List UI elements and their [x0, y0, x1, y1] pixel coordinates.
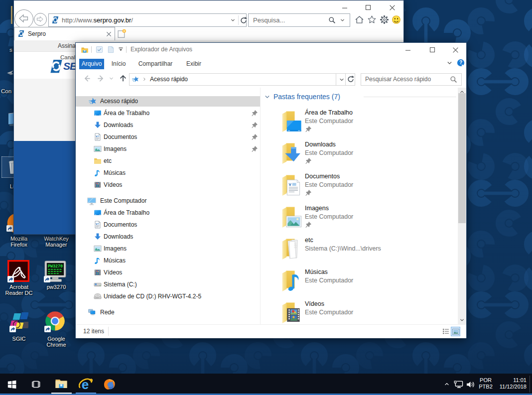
- scrollbar-thumb[interactable]: [458, 93, 466, 223]
- nav-item-quick-access[interactable]: Acesso rápido: [76, 96, 260, 107]
- view-thumbnails-button[interactable]: [451, 327, 460, 336]
- tab-favicon: [17, 30, 25, 37]
- folder-subtitle: Sistema (C:)\Wind...\drivers: [305, 245, 381, 252]
- ribbon-tab-view[interactable]: Exibir: [183, 59, 205, 69]
- folder-item-videos[interactable]: Vídeos Este Computador: [264, 299, 458, 324]
- breadcrumb-chevron-icon[interactable]: [142, 77, 147, 82]
- nav-item-label: Músicas: [104, 168, 126, 178]
- nav-item-label: Downloads: [104, 120, 133, 131]
- explorer-close-button[interactable]: [452, 47, 459, 53]
- nav-item-downloads[interactable]: Downloads: [76, 120, 260, 131]
- explorer-maximize-button[interactable]: [429, 47, 435, 53]
- ribbon-tab-file[interactable]: Arquivo: [79, 59, 104, 69]
- nav-item-etc[interactable]: etc: [76, 156, 260, 166]
- folder-item-downloads[interactable]: Downloads Este Computador: [264, 139, 458, 171]
- settings-gear-icon[interactable]: [380, 15, 389, 24]
- pin-icon: [251, 133, 258, 140]
- tray-expand-icon[interactable]: [443, 381, 450, 387]
- file-explorer-icon: [55, 378, 68, 389]
- search-icon[interactable]: [328, 16, 336, 24]
- nav-item-pc-videos[interactable]: Vídeos: [76, 267, 260, 278]
- address-refresh-icon[interactable]: [347, 76, 354, 83]
- explorer-address-bar[interactable]: Acesso rápido: [129, 73, 355, 86]
- home-icon[interactable]: [355, 15, 364, 24]
- tab-close-icon[interactable]: [106, 31, 112, 37]
- help-icon[interactable]: [457, 59, 465, 67]
- nav-item-network[interactable]: Rede: [76, 307, 260, 318]
- desktop-icon-unknown2[interactable]: [7, 70, 14, 75]
- ie-refresh-icon[interactable]: [240, 17, 247, 24]
- nav-item-pc-documents[interactable]: Documentos: [76, 220, 260, 230]
- nav-item-pc-pictures[interactable]: Imagens: [76, 244, 260, 254]
- ie-close-button[interactable]: [389, 4, 396, 11]
- folder-item-documents[interactable]: Documentos Este Computador: [264, 171, 458, 203]
- folder-pictures-icon: [281, 205, 302, 230]
- ie-minimize-button[interactable]: [342, 5, 348, 11]
- desktop-icon-unknown3[interactable]: [8, 113, 13, 125]
- ribbon-tab-share[interactable]: Compartilhar: [135, 59, 175, 69]
- ie-address-bar[interactable]: http://www.serpro.gov.br/: [48, 13, 247, 27]
- qat-properties-icon[interactable]: [96, 46, 103, 53]
- folder-item-etc[interactable]: etc Sistema (C:)\Wind...\drivers: [264, 235, 458, 267]
- videos-icon: [94, 181, 102, 189]
- address-dropdown-icon[interactable]: [339, 77, 345, 83]
- nav-item-pc-cd-drive[interactable]: Unidade de CD (D:) RHV-WGT-4.2-5: [76, 291, 260, 302]
- start-button[interactable]: [2, 374, 24, 394]
- desktop-icon-label: MozillaFirefox: [0, 236, 38, 248]
- qat-customize-icon[interactable]: [118, 46, 124, 52]
- nav-item-pc-desktop[interactable]: Área de Trabalho: [76, 208, 260, 218]
- nav-up-icon[interactable]: [119, 74, 128, 83]
- ribbon-tab-home[interactable]: Início: [109, 59, 129, 69]
- nav-forward-icon[interactable]: [96, 73, 106, 84]
- nav-item-music[interactable]: Músicas: [76, 168, 260, 178]
- new-tab-button[interactable]: [117, 29, 127, 38]
- volume-tray-icon[interactable]: [466, 381, 476, 389]
- label-line: Reader DC: [0, 290, 38, 296]
- taskbar-firefox-button[interactable]: [98, 374, 120, 394]
- ie-search-box[interactable]: Pesquisa...: [248, 13, 350, 27]
- qat-newfolder-icon[interactable]: [107, 46, 115, 53]
- language-indicator[interactable]: POR PTB2: [477, 377, 494, 390]
- folder-item-music[interactable]: Músicas Este Computador: [264, 267, 458, 299]
- nav-item-desktop[interactable]: Área de Trabalho: [76, 108, 260, 119]
- taskbar-internet-explorer-button[interactable]: [74, 374, 96, 394]
- nav-recent-dropdown-icon[interactable]: [109, 76, 114, 81]
- ie-address-dropdown-icon[interactable]: [230, 17, 236, 23]
- nav-item-label: Músicas: [104, 256, 126, 266]
- nav-item-pc-system-c[interactable]: Sistema (C:): [76, 279, 260, 290]
- ie-tab-serpro[interactable]: Serpro: [14, 27, 115, 41]
- clock[interactable]: 11:01 11/12/2018: [496, 377, 527, 390]
- taskbar-file-explorer-button[interactable]: [49, 374, 71, 394]
- nav-item-videos[interactable]: Vídeos: [76, 180, 260, 190]
- vertical-scrollbar[interactable]: [458, 88, 466, 324]
- shortcut-arrow-icon: [44, 276, 50, 282]
- nav-item-label: Este Computador: [100, 196, 146, 206]
- nav-item-pictures[interactable]: Imagens: [76, 144, 260, 154]
- explorer-minimize-button[interactable]: [405, 47, 411, 53]
- task-view-button[interactable]: [25, 374, 47, 394]
- webpage-menu-item[interactable]: Assinat: [58, 42, 77, 49]
- nav-item-pc-downloads[interactable]: Downloads: [76, 232, 260, 242]
- nav-back-icon[interactable]: [82, 73, 92, 84]
- ribbon-expand-icon[interactable]: [446, 60, 453, 66]
- folder-item-desktop[interactable]: Área de Trabalho Este Computador: [264, 108, 458, 139]
- qat-folder-icon[interactable]: [81, 46, 89, 54]
- network-tray-icon[interactable]: [453, 380, 464, 389]
- feedback-smiley-icon[interactable]: [392, 15, 401, 24]
- breadcrumb[interactable]: Acesso rápido: [150, 76, 188, 83]
- desktop-icon-label: SGIC: [0, 336, 38, 342]
- section-collapse-icon[interactable]: [264, 94, 270, 100]
- nav-item-this-pc[interactable]: Este Computador: [76, 196, 260, 206]
- favorites-star-icon[interactable]: [367, 15, 377, 24]
- explorer-search-box[interactable]: Pesquisar Acesso rápido: [361, 73, 462, 86]
- search-icon[interactable]: [450, 76, 457, 83]
- view-details-button[interactable]: [442, 327, 450, 336]
- ie-search-dropdown-icon[interactable]: [340, 17, 345, 23]
- desktop-icon-unknown1[interactable]: [11, 6, 12, 24]
- nav-item-documents[interactable]: Documentos: [76, 132, 260, 142]
- scroll-down-icon[interactable]: [459, 317, 465, 323]
- folder-item-pictures[interactable]: Imagens Este Computador: [264, 203, 458, 235]
- nav-item-pc-music[interactable]: Músicas: [76, 256, 260, 266]
- ie-maximize-button[interactable]: [365, 4, 371, 10]
- show-desktop-button[interactable]: [530, 376, 530, 393]
